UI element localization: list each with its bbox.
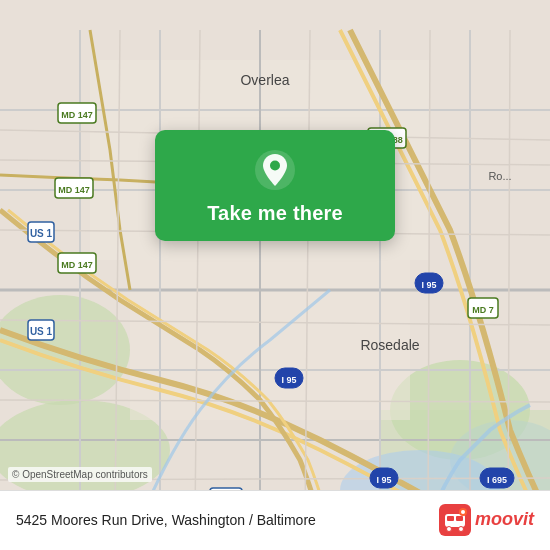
- svg-point-60: [270, 161, 280, 171]
- svg-text:US 1: US 1: [30, 228, 53, 239]
- location-pin-icon: [253, 148, 297, 192]
- svg-text:MD 7: MD 7: [472, 305, 494, 315]
- svg-text:US 1: US 1: [30, 326, 53, 337]
- take-me-there-button[interactable]: Take me there: [207, 202, 343, 225]
- svg-point-66: [458, 526, 463, 531]
- svg-text:I 695: I 695: [487, 475, 507, 485]
- map-attribution: © OpenStreetMap contributors: [8, 467, 152, 482]
- moovit-brand-icon: [439, 504, 471, 536]
- svg-text:I 95: I 95: [281, 375, 296, 385]
- svg-text:MD 147: MD 147: [61, 260, 93, 270]
- svg-rect-63: [447, 516, 454, 521]
- map-container: US 1 US 1 MD 147 MD 147 MD 147 MD 588 I …: [0, 0, 550, 550]
- svg-text:Ro...: Ro...: [488, 170, 511, 182]
- svg-text:MD 147: MD 147: [61, 110, 93, 120]
- moovit-logo[interactable]: moovit: [439, 504, 534, 536]
- svg-text:Rosedale: Rosedale: [360, 337, 419, 353]
- svg-point-68: [461, 510, 465, 514]
- address-text: 5425 Moores Run Drive, Washington / Balt…: [16, 512, 316, 528]
- svg-text:Overlea: Overlea: [240, 72, 289, 88]
- popup-card: Take me there: [155, 130, 395, 241]
- svg-text:MD 147: MD 147: [58, 185, 90, 195]
- svg-rect-64: [456, 516, 463, 521]
- moovit-wordmark: moovit: [475, 509, 534, 530]
- svg-text:I 95: I 95: [421, 280, 436, 290]
- svg-text:I 95: I 95: [376, 475, 391, 485]
- bottom-bar: 5425 Moores Run Drive, Washington / Balt…: [0, 490, 550, 550]
- svg-point-65: [446, 526, 451, 531]
